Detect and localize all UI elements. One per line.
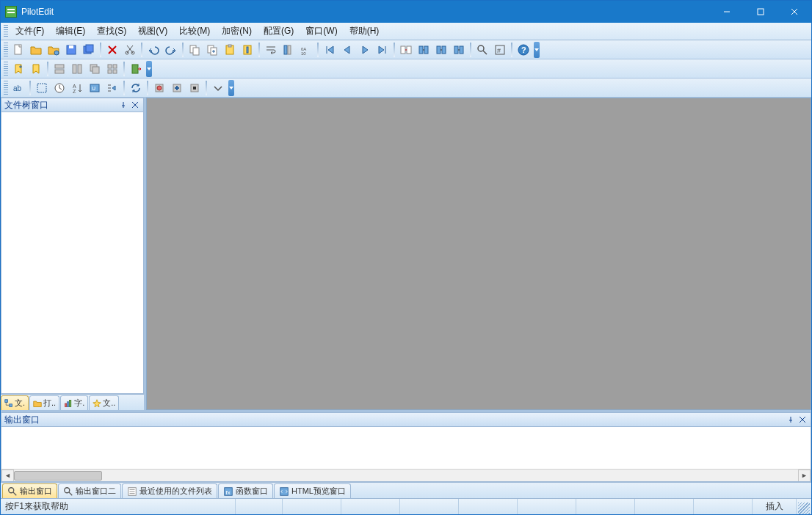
find-button[interactable] [474,42,490,58]
left-tab-folder[interactable]: 打.. [29,395,59,410]
maximize-button[interactable] [744,1,777,23]
merge-right-button[interactable] [433,42,449,58]
window-tile-h-icon [54,63,65,75]
goto-button[interactable]: # [492,42,508,58]
compare-button[interactable] [398,42,414,58]
copy-append-button[interactable] [204,42,220,58]
macro-rec-button[interactable] [151,80,167,96]
save-all-button[interactable] [81,42,97,58]
open-ftp-button[interactable] [46,42,62,58]
bookmark-add-button[interactable] [10,61,26,77]
prev-button[interactable] [339,42,355,58]
scroll-right-icon[interactable]: ► [798,470,811,482]
menubar-grip[interactable] [4,25,8,38]
output-tab[interactable]: 输出窗口 [2,483,57,498]
toolbar-overflow[interactable] [534,42,540,58]
app-icon [5,6,17,18]
svg-text:?: ? [521,45,526,54]
statusbar: 按F1来获取帮助 插入 [1,498,811,514]
svg-rect-39 [73,65,76,73]
file-tree-body[interactable] [1,112,144,394]
menu-help[interactable]: 帮助(H) [344,23,385,39]
folder-icon [33,399,42,408]
output-body[interactable]: ◄ ► [1,427,811,482]
indent-button[interactable] [104,80,120,96]
menu-compare[interactable]: 比较(M) [173,23,216,39]
delete-button[interactable] [104,42,120,58]
menu-window[interactable]: 窗口(W) [300,23,343,39]
redo-button[interactable] [163,42,179,58]
toolbar-grip[interactable] [4,43,8,57]
collapse-button[interactable] [210,80,226,96]
window-cascade-button[interactable] [87,61,103,77]
date-icon [54,82,65,94]
close-button[interactable] [777,1,811,23]
merge-left-button[interactable] [416,42,432,58]
output-tab[interactable]: HTML预览窗口 [274,483,351,498]
toolbar-grip[interactable] [4,81,8,95]
paste-column-button[interactable] [239,42,255,58]
output-tab[interactable]: 最近使用的文件列表 [122,483,217,498]
macro-play-button[interactable] [169,80,185,96]
first-button[interactable] [322,42,338,58]
copy-button[interactable] [186,42,203,58]
prev-icon [341,44,353,56]
next-button[interactable] [357,42,373,58]
encoding-button[interactable]: U [87,80,103,96]
cut-button[interactable] [122,42,138,58]
window-tile-h-button[interactable] [51,61,68,77]
svg-rect-24 [401,46,405,54]
undo-button[interactable] [145,42,162,58]
merge-button[interactable] [451,42,467,58]
save-button[interactable] [63,42,79,58]
column-mode-button[interactable] [280,42,297,58]
exit-button[interactable] [128,61,144,77]
menu-file[interactable]: 文件(F) [10,23,50,39]
toolbar-overflow[interactable] [146,61,152,77]
menu-encrypt[interactable]: 加密(N) [216,23,258,39]
word-wrap-button[interactable] [263,42,279,58]
menu-search[interactable]: 查找(S) [91,23,132,39]
pin-icon[interactable] [118,100,128,110]
svg-rect-25 [407,46,411,54]
output-scrollbar[interactable]: ◄ ► [1,469,811,481]
left-tab-star[interactable]: 文.. [89,395,119,410]
menu-config[interactable]: 配置(G) [258,23,300,39]
svg-text:A: A [73,84,76,89]
open-file-icon [30,44,42,56]
output-tab[interactable]: 输出窗口二 [58,483,121,498]
scroll-thumb[interactable] [14,471,102,481]
svg-rect-62 [5,399,8,402]
macro-stop-button[interactable] [186,80,203,96]
refresh-button[interactable] [128,80,144,96]
help-button[interactable]: ? [515,42,532,58]
close-panel-icon[interactable] [130,100,140,110]
sort-button[interactable]: AZ [69,80,85,96]
open-file-button[interactable] [28,42,44,58]
pin-icon[interactable] [786,414,796,425]
output-tab[interactable]: fx函数窗口 [218,483,273,498]
string-tools-button[interactable]: ab [10,80,26,96]
hex-button[interactable]: 0A10 [298,42,314,58]
paste-button[interactable] [222,42,238,58]
window-tile-v-button[interactable] [69,61,85,77]
minimize-button[interactable] [710,1,744,23]
editor-area[interactable] [146,98,811,410]
menu-edit[interactable]: 编辑(E) [50,23,91,39]
window-arrange-button[interactable] [104,61,120,77]
menu-view[interactable]: 视图(V) [132,23,173,39]
bookmark-list-button[interactable] [28,61,44,77]
date-button[interactable] [51,80,68,96]
last-icon [377,44,388,56]
resize-grip-icon[interactable] [798,503,810,514]
output-tab-label: 最近使用的文件列表 [139,486,212,497]
select-all-button[interactable] [34,80,50,96]
left-tab-tree[interactable]: 文. [1,395,29,410]
new-file-button[interactable] [10,42,26,58]
toolbar-overflow[interactable] [228,80,234,96]
left-tab-chart[interactable]: 字. [60,395,88,410]
toolbar-grip[interactable] [4,62,8,76]
close-panel-icon[interactable] [797,414,808,425]
scroll-left-icon[interactable]: ◄ [1,470,14,482]
last-button[interactable] [374,42,391,58]
